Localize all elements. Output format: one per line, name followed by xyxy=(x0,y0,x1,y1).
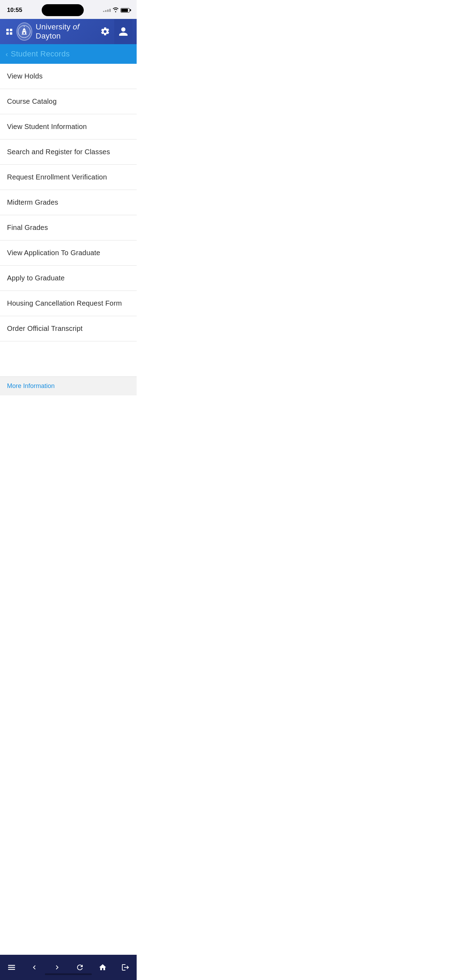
menu-item-view-student-information[interactable]: View Student Information xyxy=(0,114,137,140)
menu-item-label-view-application-graduate: View Application To Graduate xyxy=(7,249,100,257)
menu-item-search-register[interactable]: Search and Register for Classes xyxy=(0,140,137,165)
menu-item-enrollment-verification[interactable]: Request Enrollment Verification xyxy=(0,165,137,190)
app-header: University of Dayton xyxy=(0,19,137,44)
gear-icon xyxy=(100,27,110,37)
menu-item-label-search-register: Search and Register for Classes xyxy=(7,148,110,156)
menu-item-label-course-catalog: Course Catalog xyxy=(7,97,57,105)
menu-item-label-enrollment-verification: Request Enrollment Verification xyxy=(7,173,107,181)
university-name: University of Dayton xyxy=(36,22,96,41)
signal-icon xyxy=(103,9,111,12)
notch xyxy=(42,4,84,16)
svg-rect-2 xyxy=(22,31,26,32)
menu-item-label-order-transcript: Order Official Transcript xyxy=(7,325,83,332)
menu-item-housing-cancellation[interactable]: Housing Cancellation Request Form xyxy=(0,291,137,316)
menu-item-view-holds[interactable]: View Holds xyxy=(0,64,137,89)
svg-rect-7 xyxy=(22,34,27,34)
university-logo-area: University of Dayton xyxy=(16,22,96,41)
menu-list: View HoldsCourse CatalogView Student Inf… xyxy=(0,64,137,341)
svg-rect-6 xyxy=(26,32,26,34)
back-navigation[interactable]: ‹ Student Records xyxy=(0,44,137,64)
status-time: 10:55 xyxy=(7,7,22,14)
menu-item-order-transcript[interactable]: Order Official Transcript xyxy=(0,316,137,341)
header-actions xyxy=(96,19,132,44)
menu-item-midterm-grades[interactable]: Midterm Grades xyxy=(0,190,137,215)
menu-item-course-catalog[interactable]: Course Catalog xyxy=(0,89,137,114)
profile-icon xyxy=(118,26,129,37)
settings-button[interactable] xyxy=(96,19,114,44)
menu-item-label-midterm-grades: Midterm Grades xyxy=(7,198,58,207)
status-icons xyxy=(103,7,130,13)
battery-icon xyxy=(121,8,130,13)
status-bar: 10:55 xyxy=(0,0,137,19)
university-logo xyxy=(16,22,32,41)
svg-point-1 xyxy=(24,26,24,27)
more-info-footer: More Information xyxy=(0,376,137,395)
menu-item-apply-graduate[interactable]: Apply to Graduate xyxy=(0,266,137,291)
svg-rect-5 xyxy=(22,32,22,34)
back-chevron-icon: ‹ xyxy=(6,50,8,58)
menu-item-final-grades[interactable]: Final Grades xyxy=(0,215,137,240)
menu-item-label-final-grades: Final Grades xyxy=(7,224,48,232)
wifi-icon xyxy=(113,7,119,13)
section-title: Student Records xyxy=(11,49,70,59)
menu-item-label-view-holds: View Holds xyxy=(7,72,43,80)
svg-rect-4 xyxy=(24,32,25,34)
logo-icon xyxy=(18,25,30,38)
grid-menu-button[interactable] xyxy=(4,27,14,37)
menu-item-label-view-student-information: View Student Information xyxy=(7,123,87,131)
more-information-link[interactable]: More Information xyxy=(7,382,55,390)
menu-item-label-housing-cancellation: Housing Cancellation Request Form xyxy=(7,299,122,307)
profile-button[interactable] xyxy=(114,19,132,44)
menu-item-view-application-graduate[interactable]: View Application To Graduate xyxy=(0,240,137,266)
menu-item-label-apply-graduate: Apply to Graduate xyxy=(7,274,65,282)
